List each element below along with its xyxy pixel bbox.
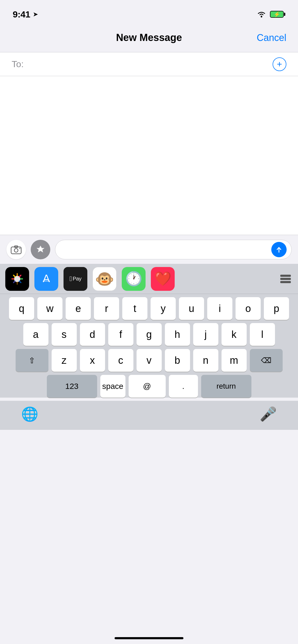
key-a[interactable]: a [23,323,48,346]
appstore-icon: A [35,244,46,255]
battery-tip [284,13,285,16]
drawer-timer-button[interactable]: 🕐 [122,267,146,291]
to-field-row: To: + [0,52,298,76]
applepay-icon:  Pay [70,275,82,283]
key-b[interactable]: b [165,349,190,372]
drawer-more-button[interactable] [278,267,293,291]
dictation-button[interactable]: 🎤 [260,406,277,422]
key-g[interactable]: g [137,323,162,346]
svg-rect-10 [280,281,291,283]
status-bar: 9:41 ➤ ⚡ [0,0,298,23]
key-j[interactable]: j [193,323,218,346]
key-p[interactable]: p [264,297,289,320]
add-contact-button[interactable]: + [273,57,286,71]
send-button[interactable] [271,242,287,257]
globe-icon: 🌐 [21,406,38,422]
at-key[interactable]: @ [129,375,166,398]
to-input[interactable] [26,59,273,69]
message-input[interactable] [60,245,271,254]
wifi-icon [257,11,266,18]
photos-icon [9,271,25,287]
key-m[interactable]: m [222,349,247,372]
key-w[interactable]: w [37,297,62,320]
key-h[interactable]: h [165,323,190,346]
layers-icon [279,273,292,285]
key-l[interactable]: l [250,323,275,346]
key-i[interactable]: i [207,297,232,320]
timer-icon: 🕐 [125,271,142,287]
home-indicator [115,637,183,639]
svg-rect-9 [280,278,291,280]
key-o[interactable]: o [236,297,261,320]
drawer-photos-button[interactable] [5,267,29,291]
key-x[interactable]: x [80,349,105,372]
status-icons: ⚡ [257,11,285,18]
mic-icon: 🎤 [260,406,277,422]
cancel-button[interactable]: Cancel [257,32,286,43]
globe-button[interactable]: 🌐 [21,406,38,422]
delete-key[interactable]: ⌫ [250,349,283,372]
app-store-button[interactable]: A [31,240,50,259]
input-bar: A [0,235,298,264]
heart-icon: ❤️ [154,271,171,287]
key-f[interactable]: f [108,323,133,346]
key-e[interactable]: e [66,297,91,320]
animoji-icon: 🐵 [95,270,114,288]
shift-key[interactable]: ⇧ [16,349,48,372]
drawer-appstore-icon: A [38,271,54,287]
drawer-heartbeat-button[interactable]: ❤️ [151,267,175,291]
location-icon: ➤ [33,11,38,18]
to-label: To: [12,59,24,69]
key-z[interactable]: z [52,349,77,372]
svg-point-0 [261,16,262,17]
key-y[interactable]: y [151,297,176,320]
drawer-applepay-button[interactable]:  Pay [64,267,87,291]
key-q[interactable]: q [9,297,34,320]
key-u[interactable]: u [179,297,204,320]
nav-header: New Message Cancel [0,23,298,52]
key-t[interactable]: t [122,297,147,320]
numbers-key[interactable]: 123 [47,375,97,398]
svg-text:A: A [38,246,43,253]
keyboard-row-3: ⇧ z x c v b n m ⌫ [2,349,296,372]
camera-icon [11,245,22,254]
keyboard-row-4: 123 space @ . return [2,375,296,398]
status-time: 9:41 [13,9,30,20]
dot-key[interactable]: . [169,375,198,398]
page-title: New Message [116,32,182,43]
battery-icon: ⚡ [270,11,284,18]
drawer-appstore-button[interactable]: A [34,267,58,291]
key-k[interactable]: k [222,323,247,346]
bottom-bar: 🌐 🎤 [0,401,298,430]
svg-point-4 [19,248,20,249]
keyboard: q w e r t y u i o p a s d f g h j k l ⇧ … [0,294,298,398]
app-drawer: A  Pay 🐵 🕐 ❤️ [0,264,298,294]
svg-rect-8 [280,275,291,277]
key-r[interactable]: r [94,297,119,320]
camera-button[interactable] [6,240,26,259]
send-icon [275,246,283,254]
message-body[interactable] [0,76,298,235]
keyboard-row-2: a s d f g h j k l [2,323,296,346]
svg-text:A: A [43,273,50,284]
svg-point-2 [14,249,18,252]
key-s[interactable]: s [52,323,77,346]
key-d[interactable]: d [80,323,105,346]
battery-container: ⚡ [270,11,285,18]
space-key[interactable]: space [100,375,125,398]
key-c[interactable]: c [108,349,133,372]
drawer-animoji-button[interactable]: 🐵 [93,267,116,291]
return-key[interactable]: return [201,375,251,398]
keyboard-row-1: q w e r t y u i o p [2,297,296,320]
key-v[interactable]: v [137,349,162,372]
plus-icon: + [277,59,282,68]
message-input-wrapper [55,240,292,259]
key-n[interactable]: n [193,349,218,372]
